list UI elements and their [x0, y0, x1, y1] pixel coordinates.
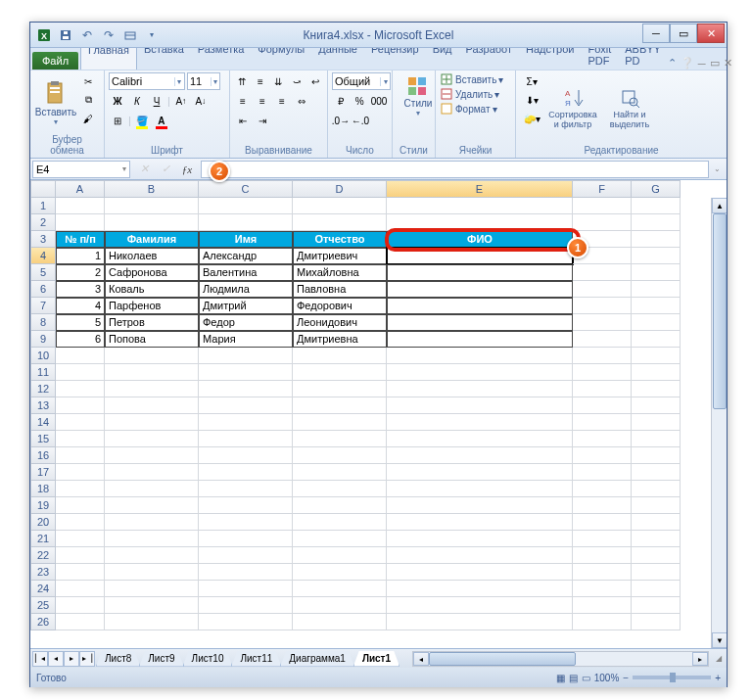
cell[interactable]	[293, 364, 387, 381]
cell[interactable]	[105, 481, 199, 497]
select-all-corner[interactable]	[30, 180, 56, 198]
cell[interactable]	[199, 414, 293, 431]
comma-button[interactable]: 000	[370, 92, 388, 110]
align-center-button[interactable]: ≡	[254, 92, 271, 110]
cell[interactable]	[293, 564, 387, 581]
cell[interactable]: Валентина	[199, 264, 293, 281]
cell[interactable]	[387, 497, 573, 514]
undo-button[interactable]: ↶	[77, 25, 97, 45]
cell[interactable]	[573, 414, 632, 431]
cell[interactable]: Сафронова	[105, 264, 199, 281]
cell[interactable]	[293, 414, 387, 431]
cell[interactable]	[199, 198, 293, 214]
cell[interactable]	[573, 614, 632, 630]
cell[interactable]: Дмитрий	[199, 298, 293, 314]
row-header[interactable]: 10	[30, 348, 56, 364]
cell[interactable]	[387, 281, 573, 298]
cell[interactable]: Парфенов	[105, 298, 199, 314]
column-header[interactable]: A	[56, 180, 105, 198]
orientation-button[interactable]: ⤻	[289, 72, 306, 90]
row-header[interactable]: 4	[30, 248, 56, 264]
cell[interactable]	[56, 614, 105, 630]
cell[interactable]	[199, 547, 293, 564]
cell[interactable]	[387, 431, 573, 447]
align-top-button[interactable]: ⇈	[234, 72, 251, 90]
cell[interactable]	[293, 214, 387, 231]
column-header[interactable]: D	[293, 180, 387, 198]
indent-dec-button[interactable]: ⇤	[234, 112, 252, 129]
horizontal-scrollbar[interactable]: ◂ ▸	[412, 651, 709, 667]
cell[interactable]	[632, 414, 681, 431]
row-header[interactable]: 15	[30, 431, 56, 447]
cell[interactable]	[632, 464, 681, 481]
cell[interactable]	[199, 214, 293, 231]
cell[interactable]	[387, 248, 573, 264]
minimize-ribbon-icon[interactable]: ⌃	[668, 57, 677, 70]
cell[interactable]	[573, 381, 632, 397]
cell[interactable]	[56, 381, 105, 397]
cell[interactable]: Александр	[199, 248, 293, 264]
cell[interactable]	[199, 397, 293, 414]
zoom-slider[interactable]	[633, 676, 711, 679]
row-header[interactable]: 25	[30, 597, 56, 614]
cell[interactable]	[105, 614, 199, 630]
cell[interactable]	[573, 481, 632, 497]
cell[interactable]	[632, 564, 681, 581]
cell[interactable]	[199, 481, 293, 497]
row-header[interactable]: 19	[30, 497, 56, 514]
cell[interactable]: Михайловна	[293, 264, 387, 281]
row-header[interactable]: 18	[30, 481, 56, 497]
cell[interactable]	[293, 614, 387, 630]
font-name-input[interactable]	[110, 75, 174, 87]
cell[interactable]	[293, 447, 387, 464]
cell[interactable]	[573, 547, 632, 564]
cell[interactable]	[632, 547, 681, 564]
fill-button[interactable]: ⬇▾	[520, 91, 543, 109]
cell[interactable]	[573, 464, 632, 481]
insert-cells-button[interactable]: Вставить▾	[440, 72, 511, 86]
cell[interactable]: Фамилия	[105, 231, 199, 248]
cell[interactable]	[387, 464, 573, 481]
row-header[interactable]: 26	[30, 614, 56, 630]
find-select-button[interactable]: Найти и выделить	[602, 72, 657, 143]
cell[interactable]	[387, 331, 573, 348]
cell[interactable]: Леонидович	[293, 314, 387, 331]
cell[interactable]	[293, 381, 387, 397]
cell[interactable]	[105, 531, 199, 547]
cell[interactable]	[293, 547, 387, 564]
cell[interactable]	[56, 547, 105, 564]
cell[interactable]	[573, 597, 632, 614]
last-sheet-button[interactable]: ▸▕	[79, 651, 95, 667]
cell[interactable]	[573, 281, 632, 298]
cell[interactable]	[573, 331, 632, 348]
cell[interactable]	[387, 264, 573, 281]
copy-button[interactable]: ⧉	[79, 91, 97, 109]
doc-restore-icon[interactable]: ▭	[710, 57, 720, 70]
sheet-tab[interactable]: Лист11	[231, 651, 281, 667]
grow-font-button[interactable]: A↑	[172, 92, 190, 110]
cell[interactable]	[56, 481, 105, 497]
cell[interactable]	[387, 364, 573, 381]
cell[interactable]	[387, 381, 573, 397]
row-header[interactable]: 9	[30, 331, 56, 348]
row-header[interactable]: 16	[30, 447, 56, 464]
cell[interactable]	[387, 414, 573, 431]
cell[interactable]: Федор	[199, 314, 293, 331]
cell[interactable]	[199, 564, 293, 581]
cell[interactable]	[293, 497, 387, 514]
close-button[interactable]: ✕	[697, 23, 725, 43]
cell[interactable]	[632, 481, 681, 497]
cell[interactable]: Отчество	[293, 231, 387, 248]
cell[interactable]	[56, 497, 105, 514]
row-header[interactable]: 8	[30, 314, 56, 331]
cell[interactable]	[56, 397, 105, 414]
cell[interactable]	[632, 231, 681, 248]
cell[interactable]	[105, 514, 199, 531]
prev-sheet-button[interactable]: ◂	[48, 651, 64, 667]
cell[interactable]	[56, 214, 105, 231]
cell[interactable]	[56, 564, 105, 581]
help-icon[interactable]: ❔	[681, 57, 694, 70]
row-header[interactable]: 14	[30, 414, 56, 431]
cell[interactable]	[387, 314, 573, 331]
cell[interactable]	[293, 481, 387, 497]
